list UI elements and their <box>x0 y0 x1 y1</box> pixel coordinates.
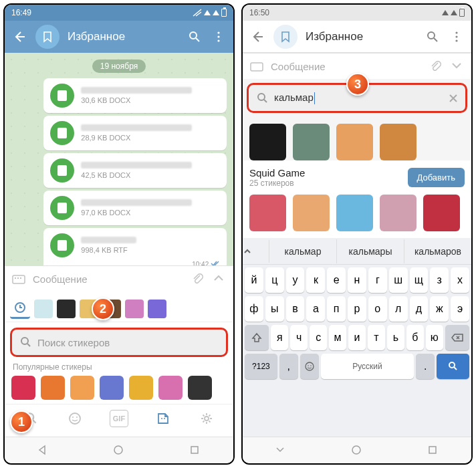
back-icon[interactable] <box>11 29 27 45</box>
key[interactable]: ь <box>387 325 404 350</box>
key[interactable]: я <box>271 325 288 350</box>
keyboard-icon[interactable] <box>249 59 264 74</box>
sticker-item[interactable] <box>188 376 212 400</box>
message-bubble[interactable]: 97,0 KB DOCX <box>43 191 227 225</box>
sticker-item[interactable] <box>336 124 373 160</box>
key[interactable]: а <box>306 296 325 322</box>
collapse-icon[interactable] <box>450 59 465 74</box>
nav-home[interactable] <box>351 445 363 457</box>
search-icon[interactable] <box>425 29 441 45</box>
message-bubble[interactable]: 30,6 KB DOCX <box>43 78 227 113</box>
key[interactable]: б <box>406 325 424 350</box>
nav-back[interactable] <box>275 445 287 457</box>
expand-icon[interactable] <box>212 271 227 286</box>
key[interactable]: п <box>327 296 346 322</box>
key[interactable]: х <box>451 267 469 293</box>
key[interactable]: ц <box>265 267 284 293</box>
key[interactable]: ч <box>290 325 308 350</box>
key[interactable]: э <box>451 296 469 322</box>
more-icon[interactable] <box>449 29 465 45</box>
keyboard-icon[interactable] <box>11 271 26 286</box>
nav-recent[interactable] <box>427 445 439 457</box>
sticker-item[interactable] <box>11 376 35 400</box>
symbols-key[interactable]: ?123 <box>245 354 277 379</box>
key[interactable]: л <box>389 296 408 322</box>
period-key[interactable]: . <box>416 354 435 379</box>
more-icon[interactable] <box>211 29 227 45</box>
message-bubble[interactable]: 42,5 KB DOCX <box>43 153 227 188</box>
key[interactable]: о <box>368 296 387 322</box>
sticker-item[interactable] <box>336 195 373 231</box>
key[interactable]: т <box>368 325 385 350</box>
sticker-item[interactable] <box>380 124 416 160</box>
message-bubble[interactable]: 998,4 KB RTF 10:42 <box>43 228 227 265</box>
sticker-item[interactable] <box>249 124 286 160</box>
sticker-pack-tab[interactable] <box>34 300 53 318</box>
saved-messages-avatar[interactable] <box>35 25 60 49</box>
clear-icon[interactable] <box>448 93 459 104</box>
sticker-pack-tab[interactable] <box>125 300 144 318</box>
attach-icon[interactable] <box>191 271 205 286</box>
key[interactable]: и <box>348 325 366 350</box>
key[interactable]: ф <box>245 296 263 322</box>
key[interactable]: к <box>306 267 325 293</box>
key[interactable]: ш <box>389 267 408 293</box>
add-pack-button[interactable]: Добавить <box>408 168 465 187</box>
stickers-tab[interactable] <box>154 410 172 427</box>
gif-tab[interactable]: GIF <box>110 410 128 427</box>
sticker-item[interactable] <box>249 195 286 231</box>
sticker-search-box[interactable]: Поиск стикеров <box>10 328 228 357</box>
search-icon[interactable] <box>187 29 203 45</box>
key[interactable]: д <box>410 296 429 322</box>
message-input[interactable]: Сообщение <box>271 61 422 72</box>
attach-icon[interactable] <box>429 59 443 74</box>
sticker-item[interactable] <box>129 376 153 400</box>
sticker-item[interactable] <box>70 376 94 400</box>
key[interactable]: щ <box>410 267 429 293</box>
shift-key[interactable] <box>245 325 269 350</box>
key[interactable]: м <box>329 325 346 350</box>
suggestion-item[interactable]: кальмар <box>269 239 337 263</box>
key[interactable]: ю <box>426 325 443 350</box>
saved-messages-avatar[interactable] <box>273 25 298 49</box>
message-bubble[interactable]: 28,9 KB DOCX <box>43 116 227 150</box>
key[interactable]: й <box>245 267 263 293</box>
key[interactable]: ж <box>430 296 449 322</box>
suggestion-item[interactable]: кальмары <box>337 239 404 263</box>
svg-rect-6 <box>17 277 19 279</box>
key[interactable]: е <box>327 267 346 293</box>
emoji-tab[interactable] <box>66 410 84 427</box>
suggestion-item[interactable]: кальмаров <box>404 239 471 263</box>
expand-suggestions[interactable] <box>243 240 269 263</box>
comma-key[interactable]: , <box>279 354 298 379</box>
sticker-item[interactable] <box>100 376 124 400</box>
key[interactable]: н <box>348 267 366 293</box>
sticker-item[interactable] <box>158 376 183 400</box>
settings-tab[interactable] <box>198 410 215 427</box>
sticker-item[interactable] <box>423 195 460 231</box>
sticker-item[interactable] <box>380 195 416 231</box>
nav-back[interactable] <box>37 445 49 457</box>
key[interactable]: г <box>368 267 387 293</box>
sticker-item[interactable] <box>293 124 330 160</box>
chat-area[interactable]: 19 ноября 30,6 KB DOCX 28,9 KB DOCX 42,5… <box>5 53 233 265</box>
key[interactable]: с <box>310 325 327 350</box>
key[interactable]: у <box>286 267 305 293</box>
emoji-key[interactable] <box>300 354 319 379</box>
nav-recent[interactable] <box>189 445 201 457</box>
key[interactable]: з <box>430 267 449 293</box>
key[interactable]: ы <box>265 296 284 322</box>
enter-key[interactable] <box>437 354 469 379</box>
sticker-pack-tab[interactable] <box>148 300 166 318</box>
key[interactable]: в <box>286 296 305 322</box>
sticker-item[interactable] <box>293 195 330 231</box>
key[interactable]: р <box>348 296 366 322</box>
sticker-pack-tab[interactable] <box>57 300 76 318</box>
back-icon[interactable] <box>249 29 265 45</box>
backspace-key[interactable] <box>445 325 469 350</box>
nav-home[interactable] <box>113 445 125 457</box>
recent-tab[interactable] <box>10 299 30 319</box>
message-input[interactable]: Сообщение <box>33 273 184 285</box>
space-key[interactable]: Русский <box>321 354 414 379</box>
sticker-item[interactable] <box>41 376 65 400</box>
